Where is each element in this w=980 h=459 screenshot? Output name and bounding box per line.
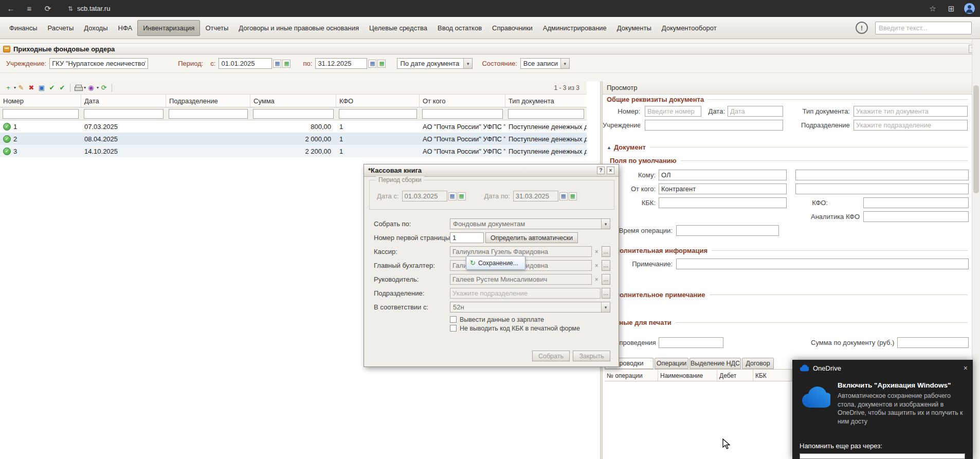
column-header[interactable]: КФО — [336, 95, 420, 107]
chevron-down-icon[interactable]: ▾ — [97, 85, 99, 90]
cashier-input[interactable] — [450, 246, 592, 257]
kfo-input[interactable] — [863, 197, 969, 208]
print-icon[interactable] — [74, 83, 83, 93]
calendar-today-icon[interactable]: ▦ — [282, 60, 291, 68]
site-info-icon[interactable]: ⇅ — [68, 5, 73, 12]
state-select[interactable]: Все записи ▾ — [520, 58, 570, 69]
column-filter-input[interactable] — [84, 109, 164, 119]
edit-icon[interactable]: ✎ — [16, 83, 26, 93]
collect-by-select[interactable]: Фондовым документам ▾ — [450, 218, 610, 229]
menu-item-directories[interactable]: Справочники — [487, 21, 538, 35]
lookup-icon[interactable]: … — [602, 274, 610, 285]
from-whom-input[interactable] — [659, 183, 787, 194]
table-row[interactable]: ✓1 07.03.2025 800,00 1 АО "Почта России"… — [0, 120, 587, 133]
kfo-analytics-input[interactable] — [863, 211, 969, 222]
date-from-input[interactable] — [402, 191, 447, 201]
column-filter-input[interactable] — [422, 109, 503, 119]
extensions-icon[interactable]: ⊞ — [946, 4, 957, 13]
column-header[interactable]: Дата — [81, 95, 166, 107]
dialog-help-icon[interactable]: ? — [597, 167, 605, 174]
collect-button[interactable]: Собрать — [532, 351, 570, 361]
institution-input[interactable] — [645, 120, 783, 131]
auto-detect-button[interactable]: Определить автоматически — [485, 232, 578, 243]
add-icon[interactable]: + — [4, 83, 13, 93]
close-button[interactable]: Закрыть — [573, 351, 610, 361]
clear-icon[interactable]: × — [593, 247, 600, 256]
column-filter-input[interactable] — [253, 109, 334, 119]
page-scrollbar[interactable] — [972, 39, 980, 459]
column-filter-input[interactable] — [339, 109, 417, 119]
sub-column-header[interactable]: Наименование — [658, 370, 717, 381]
menu-item-target-funds[interactable]: Целевые средства — [364, 21, 432, 35]
to-whom-extra-input[interactable] — [795, 170, 969, 180]
profile-icon[interactable] — [964, 3, 975, 14]
calendar-today-icon[interactable]: ▦ — [377, 60, 386, 68]
menu-item-nfa[interactable]: НФА — [113, 21, 138, 35]
menu-item-administration[interactable]: Администрирование — [538, 21, 612, 35]
onedrive-close-icon[interactable]: × — [964, 364, 968, 372]
doctype-input[interactable] — [854, 106, 968, 117]
sub-column-header[interactable]: КБК — [753, 370, 792, 381]
column-header[interactable]: Тип документа — [505, 95, 587, 107]
kbk-checkbox[interactable] — [450, 325, 457, 332]
unpost-icon[interactable]: ✔ — [58, 83, 67, 93]
clear-icon[interactable]: × — [593, 261, 600, 270]
institution-input[interactable] — [49, 58, 148, 69]
salary-checkbox-label[interactable]: Вывести данные о зарплате — [460, 316, 544, 323]
doc-sum-input[interactable] — [897, 337, 969, 348]
date-mode-select[interactable]: По дате документа ▾ — [397, 58, 473, 69]
period-to-input[interactable] — [315, 58, 367, 69]
calendar-icon[interactable]: ▦ — [368, 60, 376, 68]
column-filter-input[interactable] — [508, 109, 584, 119]
collapse-icon[interactable]: ▲ — [607, 145, 611, 150]
menu-item-reports[interactable]: Отчеты — [200, 21, 233, 35]
chevron-down-icon[interactable]: ▾ — [463, 59, 472, 68]
global-search-input[interactable] — [875, 22, 972, 34]
copy-icon[interactable]: ▣ — [37, 83, 46, 93]
calendar-icon[interactable]: ▦ — [448, 192, 457, 200]
division-input[interactable] — [854, 120, 968, 131]
op-time-input[interactable] — [676, 225, 779, 236]
conduct-date-input[interactable] — [659, 337, 723, 348]
onedrive-remind-select[interactable] — [800, 453, 965, 459]
refresh-icon[interactable]: ⟳ — [42, 4, 53, 13]
menu-icon[interactable]: ≡ — [24, 4, 35, 13]
date-to-input[interactable] — [513, 191, 558, 201]
lookup-icon[interactable]: … — [602, 260, 610, 271]
column-filter-input[interactable] — [169, 109, 248, 119]
from-whom-extra-input[interactable] — [795, 183, 969, 194]
chevron-down-icon[interactable]: ▾ — [560, 59, 569, 68]
lookup-icon[interactable]: … — [602, 288, 610, 299]
first-page-input[interactable] — [450, 232, 484, 243]
address-bar[interactable]: ⇅ scb.tatar.ru — [68, 5, 110, 12]
kbk-input[interactable] — [659, 197, 787, 208]
calendar-icon[interactable]: ▦ — [273, 60, 281, 68]
refresh-grid-icon[interactable]: ⟳ — [99, 83, 108, 93]
salary-checkbox[interactable] — [450, 316, 457, 323]
actions-icon[interactable]: ◉ — [86, 83, 96, 93]
kbk-checkbox-label[interactable]: Не выводить код КБК в печатной форме — [460, 325, 580, 332]
menu-item-inventory[interactable]: Инвентаризация — [137, 20, 200, 36]
back-icon[interactable]: ← — [5, 4, 16, 13]
menu-item-docflow[interactable]: Документооборот — [657, 21, 722, 35]
table-row[interactable]: ✓3 14.10.2025 2 200,00 1 АО "Почта Росси… — [0, 145, 587, 157]
menu-item-documents[interactable]: Документы — [612, 21, 657, 35]
tab-vat[interactable]: Выделение НДС — [689, 358, 741, 369]
clear-icon[interactable]: × — [593, 274, 600, 284]
column-filter-input[interactable] — [3, 109, 79, 119]
chevron-down-icon[interactable]: ▾ — [601, 219, 610, 229]
sub-column-header[interactable]: Дебет — [717, 370, 753, 381]
sub-column-header[interactable]: № операции — [605, 370, 658, 381]
chevron-down-icon[interactable]: ▾ — [601, 302, 610, 312]
period-from-input[interactable] — [219, 58, 272, 69]
post-icon[interactable]: ✔ — [47, 83, 57, 93]
chevron-down-icon[interactable]: ▾ — [84, 85, 86, 90]
column-header[interactable]: Номер — [0, 95, 81, 107]
dialog-titlebar[interactable]: *Кассовая книга ? × — [364, 164, 619, 177]
column-header[interactable]: От кого — [420, 95, 505, 107]
menu-item-incomes[interactable]: Доходы — [79, 21, 113, 35]
dialog-close-icon[interactable]: × — [607, 167, 614, 174]
number-input[interactable] — [645, 106, 701, 117]
section-document[interactable]: ▲Документ — [607, 143, 968, 151]
accordance-select[interactable]: 52н ▾ — [450, 302, 610, 313]
